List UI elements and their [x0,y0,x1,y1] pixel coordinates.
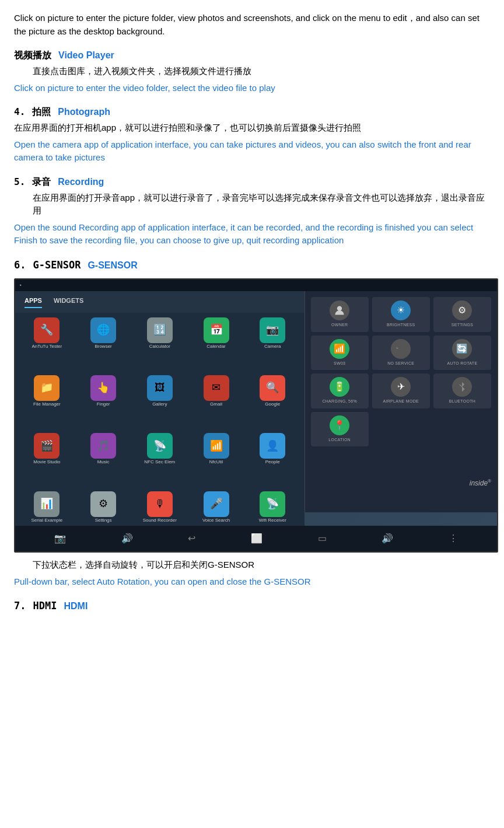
status-time: ▪ [20,282,22,289]
quick-item-location[interactable]: 📍 LOCATION [311,412,369,447]
photograph-num: 4. [14,105,25,119]
video-player-section: 视频播放 Video Player 直接点击图库，进入视频文件夹，选择视频文件进… [14,48,490,95]
app-item-nfcutil[interactable]: 📶NfcUtil [189,433,243,488]
svg-point-0 [337,306,342,311]
app-grid: 🔧AnTuTu Tester 🌐Browser 🔢Calculator 📅Cal… [15,313,304,552]
settings-quick-icon: ⚙ [452,301,472,320]
quick-item-owner[interactable]: OWNER [311,297,369,332]
recording-heading-zh: 录音 [32,175,51,189]
app-item-calendar[interactable]: 📅Calendar [189,317,243,373]
noservice-label: NO SERVICE [387,361,414,367]
gsensor-desc-zh: 下拉状态栏，选择自动旋转，可以开启和关闭G-SENSOR [14,558,490,572]
quick-item-bluetooth[interactable]: BLUETOOTH [433,373,491,408]
gsensor-screenshot: ▪ APPS WIDGETS 🔧AnTuTu Tester 🌐Browser 🔢… [14,278,498,553]
app-item-nfc[interactable]: 📡NFC Sec Elem [132,433,187,488]
widgets-tab[interactable]: WIDGETS [54,296,83,308]
battery-label: CHARGING, 56% [322,399,357,405]
owner-label: OWNER [331,322,348,329]
photograph-heading-zh: 拍照 [32,105,51,119]
app-item-people[interactable]: 👤People [246,433,300,488]
wifi-icon: 📶 [330,339,349,359]
hdmi-heading-en: HDMI [64,599,88,613]
owner-icon [330,301,349,320]
recording-num: 5. [14,175,25,189]
photograph-section: 4. 拍照 Photograph 在应用界面的打开相机app，就可以进行拍照和录… [14,105,490,165]
gsensor-heading-en: G-SENSOR [88,258,137,272]
app-item-music[interactable]: 🎵Music [76,433,131,488]
status-bar: ▪ [15,280,497,291]
photograph-desc-en: Open the camera app of application inter… [14,138,490,165]
apps-tab[interactable]: APPS [24,296,42,308]
battery-icon: 🔋 [330,377,349,397]
location-icon: 📍 [330,415,349,435]
app-tabs: APPS WIDGETS [15,291,304,313]
airplane-icon: ✈ [391,377,411,397]
location-label: LOCATION [328,437,351,443]
recording-desc-en: Open the sound Recording app of applicat… [14,221,490,247]
hdmi-num: 7. [14,599,26,614]
quick-item-autorotate[interactable]: 🔄 AUTO ROTATE [433,336,491,371]
app-item-gmail[interactable]: ✉Gmail [189,375,243,431]
quick-settings-panel: OWNER ☀ BRIGHTNESS ⚙ SETTINGS 📶 [304,291,497,512]
gsensor-num: 6. [14,258,26,273]
intro-section: Click on picture to enter the picture fo… [14,12,490,38]
settings-quick-label: SETTINGS [452,322,473,329]
autorotate-label: AUTO ROTATE [447,361,477,367]
wifi-label: SW03 [334,361,345,367]
inside-logo: inside® [470,479,491,487]
app-item-gallery[interactable]: 🖼Gallery [132,375,187,431]
hdmi-heading-zh: HDMI [33,599,57,614]
app-item-moviestudio[interactable]: 🎬Movie Studio [20,433,74,488]
quick-item-noservice[interactable]: NO SERVICE [372,336,430,371]
brightness-icon: ☀ [391,301,411,320]
quick-item-brightness[interactable]: ☀ BRIGHTNESS [372,297,430,332]
app-item-antututester[interactable]: 🔧AnTuTu Tester [20,317,74,373]
bluetooth-label: BLUETOOTH [449,399,475,405]
gsensor-heading-zh: G-SENSOR [33,258,80,273]
video-heading-en: Video Player [58,48,114,62]
signal-icon [391,339,411,359]
app-panel: APPS WIDGETS 🔧AnTuTu Tester 🌐Browser 🔢Ca… [15,291,304,551]
nav-volume2-icon[interactable]: 🔊 [382,532,393,546]
intro-text: Click on picture to enter the picture fo… [14,12,490,38]
bluetooth-icon [452,377,472,397]
hdmi-section: 7. HDMI HDMI [14,599,490,614]
video-heading-zh: 视频播放 [14,48,51,62]
quick-item-settings[interactable]: ⚙ SETTINGS [433,297,491,332]
quick-grid: OWNER ☀ BRIGHTNESS ⚙ SETTINGS 📶 [311,297,491,446]
recording-section: 5. 录音 Recording 在应用界面的打开录音app，就可以进行录音了，录… [14,175,490,247]
nav-back-icon[interactable]: ↩ [188,532,195,546]
nav-recents-icon[interactable]: ▭ [318,532,327,546]
photograph-heading-en: Photograph [58,105,110,119]
autorotate-icon: 🔄 [452,339,472,359]
recording-heading-en: Recording [58,175,104,189]
nav-home-icon[interactable]: ⬜ [251,532,262,546]
app-item-filemanager[interactable]: 📁File Manager [20,375,74,431]
app-item-google[interactable]: 🔍Google [246,375,300,431]
quick-item-battery[interactable]: 🔋 CHARGING, 56% [311,373,369,408]
video-desc-en: Click on picture to enter the video fold… [14,82,490,95]
gsensor-desc-en: Pull-down bar, select Auto Rotation, you… [14,575,490,589]
nav-volume-icon[interactable]: 🔊 [121,532,133,546]
nav-camera-icon[interactable]: 📷 [54,532,66,546]
app-item-finger[interactable]: 👆Finger [76,375,131,431]
gsensor-section: 6. G-SENSOR G-SENSOR ▪ APPS WIDGETS 🔧AnT… [14,258,490,589]
recording-desc-zh: 在应用界面的打开录音app，就可以进行录音了，录音完毕可以选择完成来保存录音文件… [14,191,490,218]
photograph-desc-zh: 在应用界面的打开相机app，就可以进行拍照和录像了，也可以切换前后置摄像头进行拍… [14,121,490,135]
app-item-camera[interactable]: 📷Camera [246,317,300,373]
quick-item-wifi[interactable]: 📶 SW03 [311,336,369,371]
quick-item-airplane[interactable]: ✈ AIRPLANE MODE [372,373,430,408]
nav-more-icon[interactable]: ⋮ [449,532,458,546]
bottom-nav-bar: 📷 🔊 ↩ ⬜ ▭ 🔊 ⋮ [15,526,497,551]
app-item-calculator[interactable]: 🔢Calculator [132,317,187,373]
app-item-browser[interactable]: 🌐Browser [76,317,131,373]
airplane-label: AIRPLANE MODE [383,399,419,405]
brightness-label: BRIGHTNESS [387,322,415,329]
video-desc-zh: 直接点击图库，进入视频文件夹，选择视频文件进行播放 [14,65,490,78]
